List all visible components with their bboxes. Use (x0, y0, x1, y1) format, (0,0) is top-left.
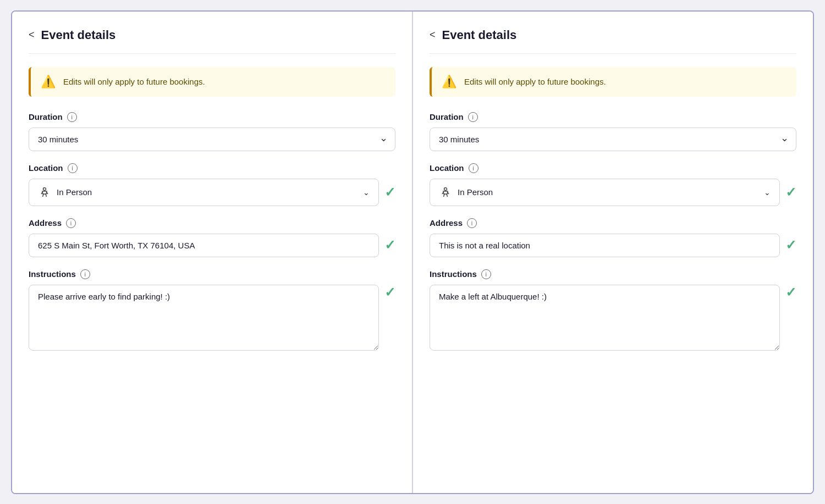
right-warning-text: Edits will only apply to future bookings… (464, 77, 606, 86)
left-instructions-section: Instructions i ✓ (29, 269, 395, 353)
left-instructions-row: ✓ (29, 285, 395, 353)
left-address-section: Address i ✓ (29, 218, 395, 257)
left-duration-label: Duration i (29, 112, 395, 122)
left-header: < Event details (29, 28, 395, 54)
right-duration-select[interactable]: 30 minutes 15 minutes 45 minutes 60 minu… (430, 128, 796, 151)
main-container: < Event details ⚠️ Edits will only apply… (11, 10, 814, 494)
right-instructions-section: Instructions i ✓ (430, 269, 796, 353)
right-duration-section: Duration i 30 minutes 15 minutes 45 minu… (430, 112, 796, 151)
left-address-check: ✓ (384, 237, 395, 253)
right-location-chevron: ⌄ (764, 188, 771, 197)
left-warning-text: Edits will only apply to future bookings… (63, 77, 205, 86)
left-duration-section: Duration i 30 minutes 15 minutes 45 minu… (29, 112, 395, 151)
left-location-select[interactable]: In Person ⌄ (29, 179, 379, 206)
left-panel: < Event details ⚠️ Edits will only apply… (12, 12, 413, 493)
svg-point-0 (43, 187, 46, 190)
left-instructions-info-icon[interactable]: i (80, 269, 90, 279)
left-location-value: In Person (57, 187, 92, 197)
left-warning-icon: ⚠️ (41, 75, 56, 89)
left-back-button[interactable]: < (29, 29, 35, 41)
right-panel-title: Event details (442, 28, 517, 42)
left-location-chevron: ⌄ (363, 188, 370, 197)
left-duration-wrapper: 30 minutes 15 minutes 45 minutes 60 minu… (29, 128, 395, 151)
right-address-row: ✓ (430, 234, 796, 257)
right-location-select[interactable]: In Person ⌄ (430, 179, 780, 206)
left-location-check: ✓ (384, 185, 395, 200)
right-address-info-icon[interactable]: i (467, 218, 477, 228)
left-address-input[interactable] (29, 234, 379, 257)
left-duration-info-icon[interactable]: i (67, 112, 77, 122)
left-address-info-icon[interactable]: i (66, 218, 76, 228)
right-address-section: Address i ✓ (430, 218, 796, 257)
left-instructions-check: ✓ (384, 285, 395, 300)
left-address-label: Address i (29, 218, 395, 228)
right-location-row: In Person ⌄ ✓ (430, 179, 796, 206)
right-duration-info-icon[interactable]: i (468, 112, 478, 122)
right-header: < Event details (430, 28, 796, 54)
left-instructions-textarea[interactable] (29, 285, 379, 351)
right-panel: < Event details ⚠️ Edits will only apply… (413, 12, 813, 493)
right-location-value: In Person (458, 187, 493, 197)
right-instructions-textarea[interactable] (430, 285, 780, 351)
right-location-info-icon[interactable]: i (469, 163, 479, 173)
left-address-row: ✓ (29, 234, 395, 257)
left-duration-select[interactable]: 30 minutes 15 minutes 45 minutes 60 minu… (29, 128, 395, 151)
left-location-info-icon[interactable]: i (68, 163, 78, 173)
right-address-check: ✓ (785, 237, 796, 253)
right-address-input[interactable] (430, 234, 780, 257)
left-location-section: Location i In Person (29, 163, 395, 206)
left-location-person-icon (38, 186, 51, 199)
left-duration-row: 30 minutes 15 minutes 45 minutes 60 minu… (29, 128, 395, 151)
right-back-button[interactable]: < (430, 29, 436, 41)
right-instructions-check: ✓ (785, 285, 796, 300)
left-warning-banner: ⚠️ Edits will only apply to future booki… (29, 67, 395, 97)
left-panel-title: Event details (41, 28, 116, 42)
right-location-check: ✓ (785, 185, 796, 200)
right-duration-label: Duration i (430, 112, 796, 122)
right-location-section: Location i In Person (430, 163, 796, 206)
right-duration-wrapper: 30 minutes 15 minutes 45 minutes 60 minu… (430, 128, 796, 151)
right-instructions-info-icon[interactable]: i (481, 269, 491, 279)
right-duration-row: 30 minutes 15 minutes 45 minutes 60 minu… (430, 128, 796, 151)
right-instructions-row: ✓ (430, 285, 796, 353)
right-location-label: Location i (430, 163, 796, 173)
right-instructions-label: Instructions i (430, 269, 796, 279)
right-address-label: Address i (430, 218, 796, 228)
right-warning-icon: ⚠️ (442, 75, 457, 89)
left-location-label: Location i (29, 163, 395, 173)
right-location-person-icon (439, 186, 452, 199)
left-location-row: In Person ⌄ ✓ (29, 179, 395, 206)
right-warning-banner: ⚠️ Edits will only apply to future booki… (430, 67, 796, 97)
left-instructions-label: Instructions i (29, 269, 395, 279)
svg-point-1 (444, 187, 447, 190)
